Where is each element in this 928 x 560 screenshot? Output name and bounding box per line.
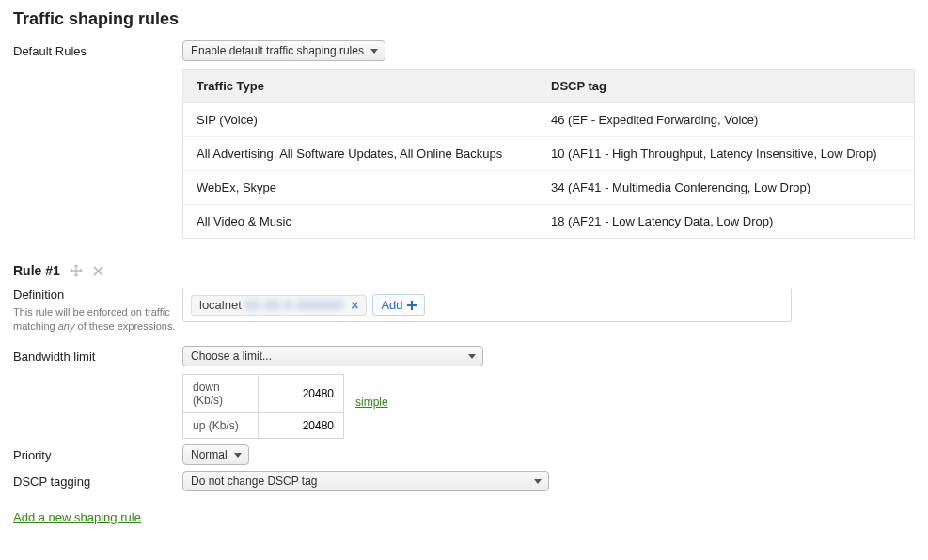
traffic-cell: All Advertising, All Software Updates, A… (183, 137, 539, 171)
rule-1-title: Rule #1 (13, 263, 60, 278)
tag-redacted: 00.00.0 000000 (245, 298, 343, 312)
bandwidth-limit-select[interactable]: Choose a limit... (182, 346, 483, 366)
table-row: All Video & Music 18 (AF21 - Low Latency… (183, 205, 915, 239)
plus-icon (407, 301, 417, 310)
col-traffic-type: Traffic Type (183, 70, 539, 103)
remove-tag-icon[interactable]: × (347, 298, 362, 313)
traffic-cell: SIP (Voice) (183, 103, 539, 137)
dscp-cell: 10 (AF11 - High Throughput, Latency Inse… (538, 137, 914, 171)
bw-up-input[interactable] (259, 413, 343, 438)
priority-select[interactable]: Normal (182, 444, 249, 465)
default-rules-label: Default Rules (13, 40, 182, 58)
definition-box[interactable]: localnet 00.00.0 000000 × Add (182, 288, 792, 322)
bandwidth-limit-label: Bandwidth limit (13, 346, 182, 364)
bw-down-label: down (Kb/s) (183, 374, 259, 412)
bandwidth-table: down (Kb/s) up (Kb/s) (182, 374, 344, 439)
default-rules-select[interactable]: Enable default traffic shaping rules (182, 40, 385, 61)
traffic-cell: WebEx, Skype (183, 171, 539, 205)
traffic-cell: All Video & Music (183, 205, 539, 239)
dscp-cell: 46 (EF - Expedited Forwarding, Voice) (538, 103, 914, 137)
bw-up-label: up (Kb/s) (183, 412, 259, 438)
dscp-cell: 34 (AF41 - Multimedia Conferencing, Low … (538, 171, 914, 205)
definition-tag: localnet 00.00.0 000000 × (191, 295, 367, 316)
priority-label: Priority (13, 444, 182, 462)
bandwidth-simple-toggle[interactable]: simple (355, 396, 388, 409)
table-row: All Advertising, All Software Updates, A… (183, 137, 915, 171)
col-dscp-tag: DSCP tag (538, 70, 914, 103)
add-shaping-rule-link[interactable]: Add a new shaping rule (13, 510, 141, 524)
bw-down-input[interactable] (259, 381, 343, 406)
tag-text: localnet (199, 298, 242, 312)
page-title: Traffic shaping rules (13, 9, 915, 29)
add-definition-button[interactable]: Add (372, 294, 424, 316)
dscp-tagging-label: DSCP tagging (13, 471, 182, 489)
definition-label: Definition (13, 288, 182, 302)
default-rules-table: Traffic Type DSCP tag SIP (Voice) 46 (EF… (182, 69, 915, 239)
definition-help: This rule will be enforced on traffic ma… (13, 305, 182, 334)
dscp-tagging-select[interactable]: Do not change DSCP tag (182, 471, 549, 491)
table-row: SIP (Voice) 46 (EF - Expedited Forwardin… (183, 103, 915, 137)
move-icon[interactable] (70, 264, 83, 277)
dscp-cell: 18 (AF21 - Low Latency Data, Low Drop) (538, 205, 914, 239)
close-icon[interactable] (92, 265, 104, 277)
table-row: WebEx, Skype 34 (AF41 - Multimedia Confe… (183, 171, 915, 205)
